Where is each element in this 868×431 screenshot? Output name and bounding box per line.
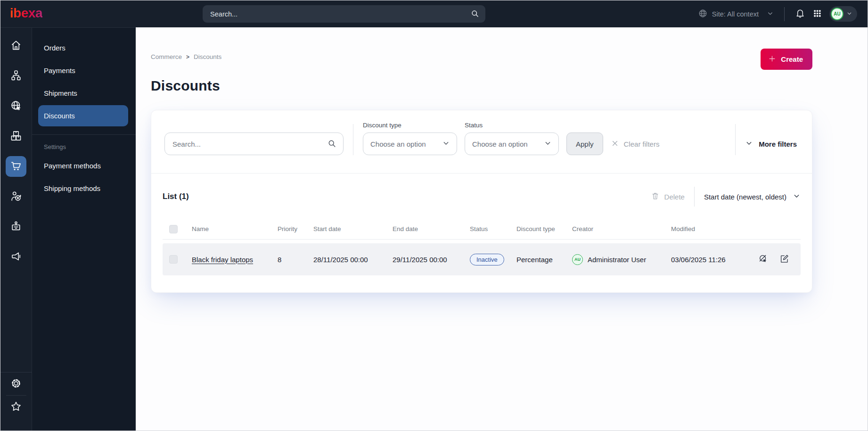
commerce-menu: Orders Payments Shipments Discounts Sett… [32,27,136,431]
site-context-label: Site: All context [712,10,759,18]
start-date-cell: 28/11/2025 00:00 [313,256,393,264]
discount-type-label: Discount type [363,122,457,129]
nav-content-tree[interactable] [6,66,26,86]
nav-marketing[interactable] [6,247,26,267]
nav-admin-settings[interactable] [6,373,26,394]
nav-site[interactable] [6,96,26,116]
sitemap-icon [10,69,22,83]
sidebar-item-payments[interactable]: Payments [38,60,128,81]
plus-icon [768,55,776,64]
table-header: Name Priority Start date End date Status… [163,219,801,240]
cart-icon [10,160,22,174]
app-switcher-button[interactable] [813,9,822,19]
list-section: List (1) Delete Start date (newest, olde… [151,174,812,292]
column-header-discount-type: Discount type [516,225,572,232]
global-search [203,5,485,23]
sidebar-item-label: Discounts [44,112,75,120]
sidebar-item-label: Shipping methods [44,184,100,192]
rail-divider [0,372,32,373]
more-filters-button[interactable]: More filters [745,133,799,155]
status-select[interactable]: Choose an option [465,133,559,155]
customer-target-icon [10,190,22,204]
status-badge: Inactive [470,254,504,265]
chevron-down-icon [793,192,801,201]
more-filters-label: More filters [759,140,797,148]
deactivate-preview-button[interactable] [758,254,768,265]
user-avatar: AU [831,8,843,20]
search-icon [470,9,480,20]
filter-divider [735,124,736,155]
nav-corporate[interactable] [6,216,26,237]
bell-icon [795,8,805,20]
filter-bar: Discount type Choose an option Status Ch… [151,110,812,173]
row-actions [758,254,801,265]
breadcrumb-commerce[interactable]: Commerce [151,53,182,60]
status-label: Status [465,122,559,129]
discount-type-filter: Discount type Choose an option [363,122,457,155]
apply-button[interactable]: Apply [566,133,603,155]
column-header-modified: Modified [671,225,758,232]
nav-commerce[interactable] [6,156,26,177]
nav-customers[interactable] [6,186,26,207]
trash-icon [651,191,660,202]
delete-button[interactable]: Delete [651,191,685,202]
column-header-status: Status [470,225,516,232]
sort-selector[interactable]: Start date (newest, oldest) [704,192,801,201]
clear-filters-label: Clear filters [624,140,660,148]
column-header-priority: Priority [278,225,313,232]
topbar-right-cluster: Site: All context AU [698,6,857,22]
site-context-selector[interactable]: Site: All context [698,8,774,20]
discount-name-link[interactable]: Black friday laptops [192,256,253,264]
discount-type-cell: Percentage [516,256,572,264]
notifications-button[interactable] [795,8,805,20]
nav-bookmarks[interactable] [6,397,26,417]
filter-divider [353,124,353,155]
breadcrumb: Commerce > Discounts [151,53,221,60]
sidebar-item-label: Orders [44,44,66,52]
create-button-label: Create [781,55,803,63]
sidebar-item-label: Shipments [44,89,77,97]
edit-button[interactable] [779,254,789,265]
table-row: Black friday laptops 8 28/11/2025 00:00 … [163,243,801,275]
nav-dashboard[interactable] [6,35,26,56]
create-button[interactable]: Create [761,49,812,70]
chevron-down-icon [767,10,774,18]
topbar-divider [784,7,785,21]
list-title: List (1) [163,192,189,201]
filter-search-input[interactable] [164,133,344,155]
boxes-icon [10,130,22,143]
discount-type-value: Choose an option [370,140,426,148]
chevron-down-icon [745,139,753,149]
main-content: Commerce > Discounts Create Discounts [136,27,868,431]
breadcrumb-discounts: Discounts [194,53,221,60]
chevron-down-icon [846,10,852,18]
app-window: ibexa Site: All context [0,0,868,431]
ibexa-logo: ibexa [10,7,42,22]
nav-products[interactable] [6,126,26,147]
close-icon [611,139,619,149]
global-search-input[interactable] [203,5,485,23]
clear-filters-button[interactable]: Clear filters [611,133,660,155]
sidebar-item-discounts[interactable]: Discounts [38,105,128,126]
globe-icon [698,8,708,20]
row-checkbox[interactable] [169,255,178,264]
end-date-cell: 29/11/2025 00:00 [393,256,470,264]
breadcrumb-separator: > [186,54,189,60]
edit-icon [779,254,789,265]
status-filter: Status Choose an option [465,122,559,155]
list-controls-divider [694,187,695,207]
sidebar-item-payment-methods[interactable]: Payment methods [38,155,128,176]
delete-button-label: Delete [664,193,685,201]
sort-label: Start date (newest, oldest) [704,193,786,201]
creator-name: Administrator User [588,256,646,264]
search-icon [327,139,337,150]
discount-type-select[interactable]: Choose an option [363,133,457,155]
sidebar-item-shipments[interactable]: Shipments [38,83,128,104]
home-icon [10,39,22,53]
sidebar-item-orders[interactable]: Orders [38,37,128,58]
select-all-checkbox[interactable] [169,225,178,233]
sidebar-item-shipping-methods[interactable]: Shipping methods [38,178,128,199]
star-icon [10,400,22,414]
globe-slash-cursor-icon [758,254,768,265]
user-menu-button[interactable]: AU [829,6,857,22]
